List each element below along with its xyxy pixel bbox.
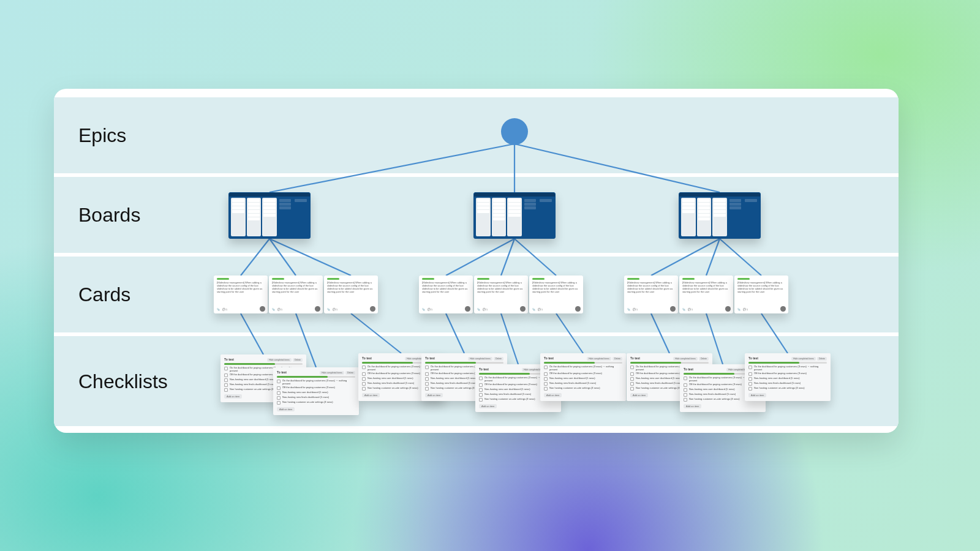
card-title: [Slideshow management] When adding a sli… xyxy=(532,281,580,293)
add-item-button: Add an item xyxy=(748,393,766,397)
delete-button: Delete xyxy=(345,371,355,375)
checklist-thumb: To testHide completed itemsDeleteOn the … xyxy=(745,353,831,401)
epic-node xyxy=(501,118,528,145)
card-thumb: [Slideshow management] When adding a sli… xyxy=(529,276,583,313)
checklist-item: Non-hosting new user dashboard (5 rows) xyxy=(277,391,355,395)
card-title: [Slideshow management] When adding a sli… xyxy=(217,281,265,293)
avatar xyxy=(370,306,375,312)
checklist-item: Non-hosting new finals dashboard (5 rows… xyxy=(277,396,355,400)
checklist-title: To test xyxy=(362,356,372,360)
comment-count: 💬 5 xyxy=(688,308,693,311)
comment-count: 💬 5 xyxy=(633,308,638,311)
checklist-item: Non hosting customer on-site settings (3… xyxy=(748,387,827,391)
comment-count: 💬 5 xyxy=(483,308,488,311)
checklist-title: To test xyxy=(684,367,693,371)
checklist-thumb: To testHide completed itemsDeleteOn the … xyxy=(273,367,359,415)
checklist-title: To test xyxy=(277,370,287,374)
progress-bar xyxy=(748,362,827,364)
card-thumb: [Slideshow management] When adding a sli… xyxy=(734,276,788,313)
add-item-button: Add an item xyxy=(277,407,295,411)
progress-bar xyxy=(544,362,622,364)
card-title: [Slideshow management] When adding a sli… xyxy=(422,281,470,293)
avatar xyxy=(315,306,320,312)
add-item-button: Add an item xyxy=(630,393,648,397)
avatar xyxy=(670,306,676,312)
checklist-title: To test xyxy=(630,356,640,360)
checklist-item: On the dashboard for paying customers (3… xyxy=(748,365,827,371)
progress-bar xyxy=(425,362,503,364)
progress-bar xyxy=(277,376,355,378)
checklist-item: On the dashboard for paying customers (3… xyxy=(544,365,622,371)
card-thumb: [Slideshow management] When adding a sli… xyxy=(679,276,733,313)
avatar xyxy=(465,306,470,312)
avatar xyxy=(725,306,731,312)
progress-bar xyxy=(224,363,303,365)
checklist-title: To test xyxy=(425,356,435,360)
hide-completed-button: Hide completed items xyxy=(468,357,492,361)
checklist-item: Non hosting customer on-site settings (3… xyxy=(544,387,622,391)
attach-icon: 📎 xyxy=(272,308,275,311)
comment-count: 💬 5 xyxy=(333,308,337,311)
card-thumb: [Slideshow management] When adding a sli… xyxy=(324,276,378,313)
row-label: Epics xyxy=(78,124,126,147)
attach-icon: 📎 xyxy=(477,308,480,311)
delete-button: Delete xyxy=(612,357,622,361)
comment-count: 💬 5 xyxy=(428,308,432,311)
checklist-item: Off the dashboard for paying customers (… xyxy=(748,372,827,376)
checklist-thumb: To testHide completed itemsDeleteOn the … xyxy=(540,353,626,401)
delete-button: Delete xyxy=(699,357,709,361)
row-label: Boards xyxy=(78,204,140,227)
hide-completed-button: Hide completed items xyxy=(267,358,292,362)
add-item-button: Add an item xyxy=(684,404,701,408)
attach-icon: 📎 xyxy=(682,308,685,311)
row-epics: Epics xyxy=(54,97,899,173)
avatar xyxy=(780,306,786,312)
attach-icon: 📎 xyxy=(327,308,330,311)
card-thumb: [Slideshow management] When adding a sli… xyxy=(624,276,678,313)
hide-completed-button: Hide completed items xyxy=(673,357,698,361)
attach-icon: 📎 xyxy=(627,308,630,311)
delete-button: Delete xyxy=(494,357,503,361)
checklist-title: To test xyxy=(748,356,758,360)
hierarchy-panel: Epics Boards Cards Checklists [Slideshow… xyxy=(54,89,899,433)
card-title: [Slideshow management] When adding a sli… xyxy=(737,281,785,293)
card-thumb: [Slideshow management] When adding a sli… xyxy=(214,276,268,313)
add-item-button: Add an item xyxy=(224,394,242,399)
attach-icon: 📎 xyxy=(422,308,425,311)
board-thumb xyxy=(679,192,761,239)
add-item-button: Add an item xyxy=(544,393,562,397)
attach-icon: 📎 xyxy=(532,308,535,311)
card-thumb: [Slideshow management] When adding a sli… xyxy=(269,276,323,313)
avatar xyxy=(260,306,265,312)
hide-completed-button: Hide completed items xyxy=(791,357,816,361)
delete-button: Delete xyxy=(293,358,303,362)
card-title: [Slideshow management] When adding a sli… xyxy=(327,281,375,293)
card-thumb: [Slideshow management] When adding a sli… xyxy=(474,276,528,313)
card-title: [Slideshow management] When adding a sli… xyxy=(272,281,320,293)
comment-count: 💬 5 xyxy=(222,308,227,311)
hide-completed-button: Hide completed items xyxy=(587,357,611,361)
checklist-item: Off the dashboard for paying customers (… xyxy=(544,372,622,376)
checklist-item: Non-hosting new finals dashboard (5 rows… xyxy=(748,382,827,386)
checklist-item: Non hosting customer on-site settings (3… xyxy=(277,401,355,405)
comment-count: 💬 5 xyxy=(743,308,748,311)
row-label: Cards xyxy=(78,283,130,306)
checklist-title: To test xyxy=(544,356,554,360)
attach-icon: 📎 xyxy=(217,308,220,311)
delete-button: Delete xyxy=(817,357,827,361)
checklist-item: On the dashboard for paying customers (3… xyxy=(277,380,355,385)
checklist-item: Non-hosting new finals dashboard (5 rows… xyxy=(544,382,622,386)
comment-count: 💬 5 xyxy=(538,308,543,311)
card-title: [Slideshow management] When adding a sli… xyxy=(682,281,730,293)
board-thumb xyxy=(473,192,556,239)
comment-count: 💬 5 xyxy=(277,308,282,311)
add-item-button: Add an item xyxy=(362,393,380,397)
card-title: [Slideshow management] When adding a sli… xyxy=(627,281,675,293)
card-thumb: [Slideshow management] When adding a sli… xyxy=(419,276,473,313)
row-label: Checklists xyxy=(78,370,168,392)
checklist-item: Off the dashboard for paying customers (… xyxy=(277,386,355,390)
hide-completed-button: Hide completed items xyxy=(320,371,344,375)
card-title: [Slideshow management] When adding a sli… xyxy=(477,281,525,293)
attach-icon: 📎 xyxy=(737,308,741,311)
checklist-item: Non-hosting new user dashboard (5 rows) xyxy=(544,377,622,381)
